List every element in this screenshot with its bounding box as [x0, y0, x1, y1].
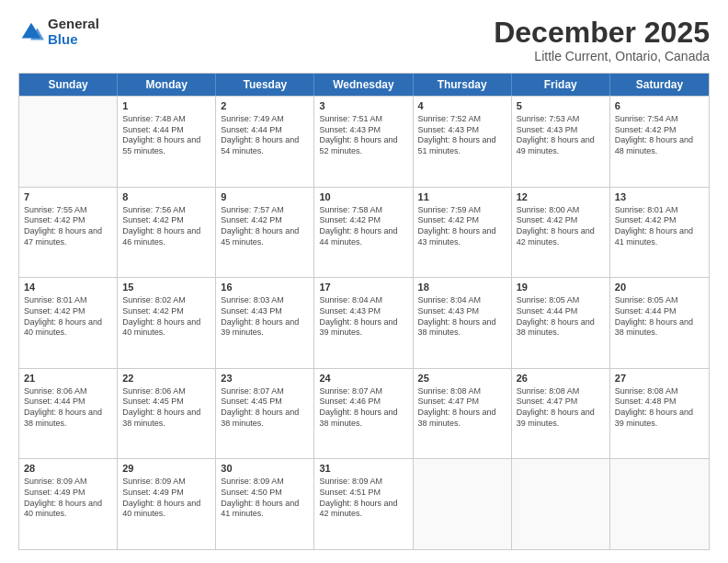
day-number: 30: [221, 462, 309, 476]
cell-sunset: Sunset: 4:42 PM: [122, 215, 210, 226]
calendar-cell: 4 Sunrise: 7:52 AM Sunset: 4:43 PM Dayli…: [414, 97, 512, 187]
cell-sunset: Sunset: 4:43 PM: [418, 306, 506, 317]
cell-daylight: Daylight: 8 hours and 39 minutes.: [615, 408, 704, 429]
cell-sunrise: Sunrise: 8:04 AM: [418, 295, 506, 306]
day-number: 27: [615, 372, 704, 385]
cell-sunrise: Sunrise: 8:09 AM: [221, 477, 309, 488]
day-number: 18: [418, 281, 506, 294]
cell-sunrise: Sunrise: 7:56 AM: [122, 205, 210, 216]
header-day: Thursday: [414, 74, 512, 96]
cell-sunrise: Sunrise: 7:55 AM: [24, 205, 112, 216]
calendar-cell: 10 Sunrise: 7:58 AM Sunset: 4:42 PM Dayl…: [314, 188, 413, 278]
day-number: 31: [319, 462, 407, 476]
header-day: Tuesday: [216, 74, 314, 96]
cell-sunrise: Sunrise: 8:07 AM: [221, 386, 309, 397]
calendar-row: 14 Sunrise: 8:01 AM Sunset: 4:42 PM Dayl…: [19, 277, 709, 368]
calendar-cell: 2 Sunrise: 7:49 AM Sunset: 4:44 PM Dayli…: [216, 97, 314, 187]
cell-sunset: Sunset: 4:42 PM: [615, 215, 704, 226]
cell-sunset: Sunset: 4:48 PM: [615, 396, 704, 408]
cell-daylight: Daylight: 8 hours and 48 minutes.: [615, 135, 704, 156]
calendar-cell: 3 Sunrise: 7:51 AM Sunset: 4:43 PM Dayli…: [314, 97, 413, 187]
day-number: 3: [319, 99, 407, 113]
cell-daylight: Daylight: 8 hours and 41 minutes.: [221, 499, 309, 520]
header: General Blue December 2025 Little Curren…: [18, 17, 710, 63]
calendar-cell: 11 Sunrise: 7:59 AM Sunset: 4:42 PM Dayl…: [414, 188, 512, 278]
cell-sunset: Sunset: 4:42 PM: [319, 215, 407, 226]
calendar-cell: 6 Sunrise: 7:54 AM Sunset: 4:42 PM Dayli…: [610, 97, 709, 187]
calendar-cell: [19, 97, 118, 187]
day-number: 4: [418, 99, 506, 113]
cell-daylight: Daylight: 8 hours and 38 minutes.: [418, 317, 506, 339]
cell-sunset: Sunset: 4:44 PM: [615, 306, 704, 317]
calendar-cell: 26 Sunrise: 8:08 AM Sunset: 4:47 PM Dayl…: [512, 369, 610, 459]
calendar-row: 21 Sunrise: 8:06 AM Sunset: 4:44 PM Dayl…: [19, 368, 709, 459]
cell-sunrise: Sunrise: 8:01 AM: [615, 205, 704, 216]
cell-sunrise: Sunrise: 8:08 AM: [615, 386, 704, 397]
day-number: 17: [319, 281, 407, 294]
day-number: 25: [418, 372, 506, 385]
calendar-row: 7 Sunrise: 7:55 AM Sunset: 4:42 PM Dayli…: [19, 187, 709, 278]
cell-daylight: Daylight: 8 hours and 51 minutes.: [418, 135, 506, 156]
cell-daylight: Daylight: 8 hours and 54 minutes.: [221, 135, 309, 156]
cell-daylight: Daylight: 8 hours and 38 minutes.: [24, 408, 112, 429]
day-number: 15: [122, 281, 210, 294]
cell-sunrise: Sunrise: 7:57 AM: [221, 205, 309, 216]
header-day: Friday: [512, 74, 610, 96]
calendar-cell: 12 Sunrise: 8:00 AM Sunset: 4:42 PM Dayl…: [512, 188, 610, 278]
cell-sunset: Sunset: 4:43 PM: [418, 125, 506, 136]
cell-sunset: Sunset: 4:43 PM: [319, 125, 407, 136]
cell-sunrise: Sunrise: 8:09 AM: [122, 477, 210, 488]
cell-daylight: Daylight: 8 hours and 47 minutes.: [24, 226, 112, 247]
cell-sunset: Sunset: 4:44 PM: [517, 306, 605, 317]
cell-sunrise: Sunrise: 8:08 AM: [418, 386, 506, 397]
calendar-cell: 8 Sunrise: 7:56 AM Sunset: 4:42 PM Dayli…: [118, 188, 216, 278]
cell-daylight: Daylight: 8 hours and 55 minutes.: [122, 135, 210, 156]
calendar-body: 1 Sunrise: 7:48 AM Sunset: 4:44 PM Dayli…: [19, 96, 709, 549]
cell-sunrise: Sunrise: 8:05 AM: [615, 295, 704, 306]
cell-sunrise: Sunrise: 7:49 AM: [221, 114, 309, 125]
cell-sunset: Sunset: 4:42 PM: [221, 215, 309, 226]
day-number: 21: [24, 372, 112, 385]
cell-daylight: Daylight: 8 hours and 38 minutes.: [615, 317, 704, 339]
cell-sunrise: Sunrise: 8:05 AM: [517, 295, 605, 306]
day-number: 19: [517, 281, 605, 294]
day-number: 28: [24, 462, 112, 476]
calendar-cell: 5 Sunrise: 7:53 AM Sunset: 4:43 PM Dayli…: [512, 97, 610, 187]
header-day: Sunday: [19, 74, 118, 96]
logo-blue: Blue: [48, 32, 99, 48]
day-number: 5: [517, 99, 605, 113]
logo-general: General: [48, 17, 99, 32]
calendar-cell: 22 Sunrise: 8:06 AM Sunset: 4:45 PM Dayl…: [118, 369, 216, 459]
day-number: 14: [24, 281, 112, 294]
cell-sunset: Sunset: 4:45 PM: [122, 396, 210, 408]
day-number: 29: [122, 462, 210, 476]
cell-daylight: Daylight: 8 hours and 39 minutes.: [517, 408, 605, 429]
cell-sunset: Sunset: 4:46 PM: [319, 396, 407, 408]
calendar-cell: 13 Sunrise: 8:01 AM Sunset: 4:42 PM Dayl…: [610, 188, 709, 278]
cell-sunrise: Sunrise: 8:06 AM: [122, 386, 210, 397]
calendar-cell: [610, 459, 709, 549]
header-day: Saturday: [610, 74, 709, 96]
calendar-cell: 1 Sunrise: 7:48 AM Sunset: 4:44 PM Dayli…: [118, 97, 216, 187]
calendar-cell: 20 Sunrise: 8:05 AM Sunset: 4:44 PM Dayl…: [610, 278, 709, 368]
cell-daylight: Daylight: 8 hours and 38 minutes.: [122, 408, 210, 429]
day-number: 16: [221, 281, 309, 294]
cell-sunset: Sunset: 4:44 PM: [221, 125, 309, 136]
cell-sunrise: Sunrise: 7:58 AM: [319, 205, 407, 216]
calendar-row: 1 Sunrise: 7:48 AM Sunset: 4:44 PM Dayli…: [19, 96, 709, 187]
cell-sunset: Sunset: 4:42 PM: [24, 215, 112, 226]
cell-sunrise: Sunrise: 7:51 AM: [319, 114, 407, 125]
cell-sunset: Sunset: 4:47 PM: [517, 396, 605, 408]
calendar-cell: 9 Sunrise: 7:57 AM Sunset: 4:42 PM Dayli…: [216, 188, 314, 278]
calendar-cell: 31 Sunrise: 8:09 AM Sunset: 4:51 PM Dayl…: [314, 459, 413, 549]
cell-sunset: Sunset: 4:51 PM: [319, 488, 407, 499]
cell-daylight: Daylight: 8 hours and 38 minutes.: [418, 408, 506, 429]
cell-daylight: Daylight: 8 hours and 46 minutes.: [122, 226, 210, 247]
title-block: December 2025 Little Current, Ontario, C…: [494, 17, 710, 63]
cell-daylight: Daylight: 8 hours and 40 minutes.: [24, 317, 112, 339]
cell-sunrise: Sunrise: 8:06 AM: [24, 386, 112, 397]
cell-sunset: Sunset: 4:43 PM: [221, 306, 309, 317]
calendar-cell: 30 Sunrise: 8:09 AM Sunset: 4:50 PM Dayl…: [216, 459, 314, 549]
cell-daylight: Daylight: 8 hours and 40 minutes.: [122, 317, 210, 339]
day-number: 9: [221, 190, 309, 204]
